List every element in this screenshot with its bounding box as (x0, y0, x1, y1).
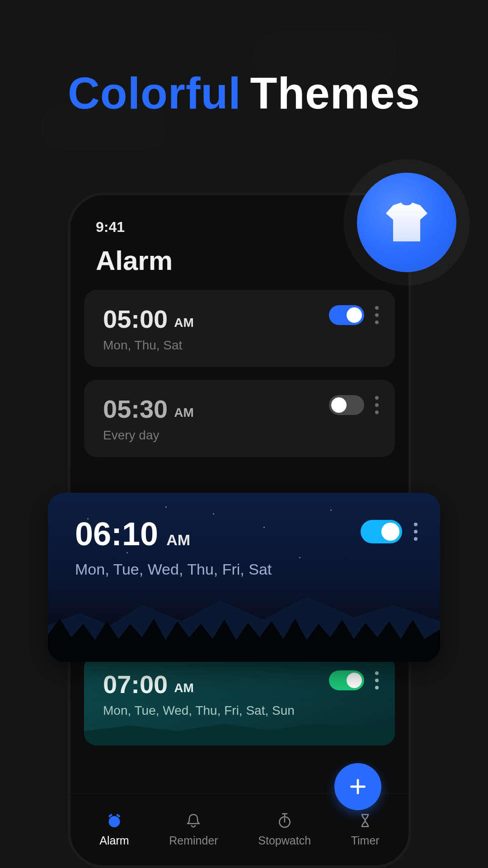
tab-label: Stopwatch (258, 834, 311, 847)
tab-label: Alarm (99, 834, 129, 847)
alarm-ampm: AM (174, 681, 194, 695)
theme-button[interactable] (357, 173, 456, 272)
kebab-icon[interactable] (375, 306, 379, 324)
tab-label: Timer (351, 834, 380, 847)
alarm-time: 06:10 (75, 515, 158, 552)
alarm-ampm: AM (166, 531, 190, 549)
alarm-days: Mon, Tue, Wed, Thu, Fri, Sat (75, 561, 415, 578)
tab-stopwatch[interactable]: Stopwatch (258, 811, 311, 847)
tab-label: Reminder (169, 834, 218, 847)
alarm-toggle[interactable] (329, 670, 364, 690)
alarm-toggle[interactable] (361, 520, 402, 543)
hourglass-icon (356, 811, 374, 830)
alarm-days: Mon, Thu, Sat (103, 338, 377, 353)
alarm-time: 07:00 (103, 670, 168, 699)
alarm-card[interactable]: 05:30 AM Every day (84, 380, 395, 457)
add-alarm-button[interactable] (334, 763, 381, 810)
alarm-ampm: AM (174, 316, 194, 330)
alarm-ampm: AM (174, 406, 194, 420)
bell-icon (184, 811, 202, 830)
alarm-toggle[interactable] (329, 305, 364, 325)
alarm-days: Mon, Tue, Wed, Thu, Fri, Sat, Sun (103, 703, 377, 718)
alarm-toggle[interactable] (329, 395, 364, 415)
status-time: 9:41 (96, 219, 125, 236)
stopwatch-icon (276, 811, 294, 830)
tab-timer[interactable]: Timer (351, 811, 380, 847)
hero-title: ColorfulThemes (0, 68, 488, 119)
alarm-clock-icon (105, 811, 123, 830)
alarm-card-featured[interactable]: 06:10 AM Mon, Tue, Wed, Thu, Fri, Sat (48, 493, 440, 662)
kebab-icon[interactable] (414, 523, 418, 541)
shirt-icon (384, 200, 429, 245)
alarm-time: 05:30 (103, 394, 168, 424)
alarm-time: 05:00 (103, 304, 168, 334)
plus-icon (348, 777, 368, 797)
alarm-days: Every day (103, 428, 377, 443)
alarm-card-themed[interactable]: 07:00 AM Mon, Tue, Wed, Thu, Fri, Sat, S… (84, 655, 395, 745)
kebab-icon[interactable] (375, 396, 379, 414)
alarm-card[interactable]: 05:00 AM Mon, Thu, Sat (84, 290, 395, 367)
kebab-icon[interactable] (375, 671, 379, 689)
tab-reminder[interactable]: Reminder (169, 811, 218, 847)
tab-alarm[interactable]: Alarm (99, 811, 129, 847)
